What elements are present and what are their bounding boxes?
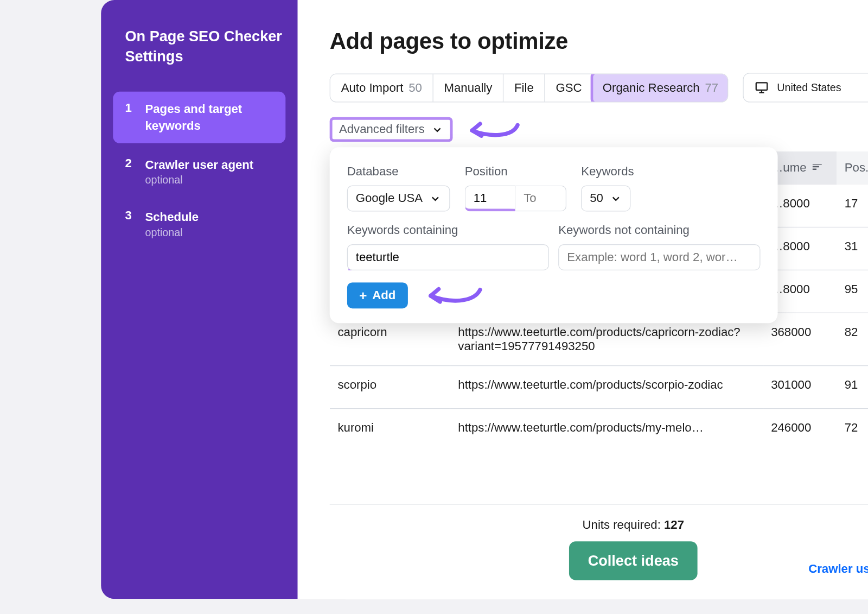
tab-auto-import[interactable]: Auto Import 50 xyxy=(330,74,433,102)
tab-label: Manually xyxy=(444,81,493,95)
keywords-containing-label: Keywords containing xyxy=(347,224,549,238)
advanced-filters-toggle[interactable]: Advanced filters xyxy=(330,117,453,142)
tabs-row: Auto Import 50 Manually File GSC Organic… xyxy=(330,73,868,102)
cell-keyword: kuromi xyxy=(330,408,450,442)
chevron-down-icon xyxy=(431,123,443,135)
sidebar-step-1[interactable]: 1 Pages and target keywords xyxy=(113,92,285,143)
sidebar-title: On Page SEO Checker Settings xyxy=(125,27,285,66)
country-select[interactable]: United States xyxy=(743,73,868,102)
step-sublabel: optional xyxy=(145,226,199,238)
page-title: Add pages to optimize xyxy=(330,28,868,54)
cell-position: 82 xyxy=(837,313,868,365)
units-label: Units required: xyxy=(583,518,664,531)
desktop-icon xyxy=(754,80,769,95)
advanced-filters-label: Advanced filters xyxy=(339,123,425,137)
tab-label: File xyxy=(514,81,534,95)
step-sublabel: optional xyxy=(145,174,253,186)
units-required: Units required: 127 xyxy=(583,518,684,532)
position-to-input[interactable] xyxy=(515,185,566,211)
main-panel: ✕ Add pages to optimize Auto Import 50 M… xyxy=(298,0,868,599)
sidebar-step-3[interactable]: 3 Schedule optional xyxy=(113,200,285,248)
cell-position: 95 xyxy=(837,270,868,313)
step-number: 3 xyxy=(125,209,134,223)
collect-ideas-button[interactable]: Collect ideas xyxy=(569,541,697,580)
sort-desc-icon xyxy=(813,161,822,175)
step-number: 1 xyxy=(125,102,134,116)
svg-rect-0 xyxy=(756,83,767,90)
cell-url: https://www.teeturtle.com/products/scorp… xyxy=(450,365,763,408)
tab-gsc[interactable]: GSC xyxy=(545,74,593,102)
table-row: kuromihttps://www.teeturtle.com/products… xyxy=(330,408,868,442)
source-tabs: Auto Import 50 Manually File GSC Organic… xyxy=(330,73,729,102)
cell-position: 31 xyxy=(837,227,868,270)
keywords-not-containing-input[interactable] xyxy=(558,244,760,270)
tab-label: Auto Import xyxy=(341,81,404,95)
sidebar-step-2[interactable]: 2 Crawler user agent optional xyxy=(113,147,285,195)
database-label: Database xyxy=(347,164,450,179)
tab-organic-research[interactable]: Organic Research 77 xyxy=(591,73,729,102)
keywords-containing-input[interactable] xyxy=(347,244,549,270)
database-value: Google USA xyxy=(356,192,423,206)
annotation-arrow-icon xyxy=(462,119,522,141)
sidebar: On Page SEO Checker Settings 1 Pages and… xyxy=(101,0,297,599)
keywords-not-containing-label: Keywords not containing xyxy=(558,224,760,238)
cell-url: https://www.teeturtle.com/products/my-me… xyxy=(450,408,763,442)
units-value: 127 xyxy=(664,518,684,531)
footer: Units required: 127 Collect ideas Crawle… xyxy=(330,504,868,599)
keywords-label: Keywords xyxy=(581,164,634,179)
cell-keyword: scorpio xyxy=(330,365,450,408)
database-select[interactable]: Google USA xyxy=(347,185,450,211)
step-label: Schedule xyxy=(145,209,199,225)
step-label: Crawler user agent xyxy=(145,156,253,173)
step-number: 2 xyxy=(125,156,134,170)
tab-count: 50 xyxy=(409,81,422,95)
tab-label: Organic Research xyxy=(603,81,700,95)
cell-position: 17 xyxy=(837,185,868,227)
keywords-select[interactable]: 50 xyxy=(581,185,630,211)
tab-file[interactable]: File xyxy=(503,74,545,102)
cell-position: 91 xyxy=(837,365,868,408)
add-button-label: Add xyxy=(372,288,395,302)
next-step-link[interactable]: Crawler user agent xyxy=(808,561,868,576)
col-position-header[interactable]: Pos. xyxy=(837,151,868,185)
chevron-down-icon xyxy=(610,192,622,204)
plus-icon: + xyxy=(359,289,367,302)
step-label: Pages and target keywords xyxy=(145,102,273,134)
cell-position: 72 xyxy=(837,408,868,442)
tab-label: GSC xyxy=(556,81,582,95)
tab-manually[interactable]: Manually xyxy=(433,74,503,102)
next-step-label: Crawler user agent xyxy=(808,562,868,576)
chevron-down-icon xyxy=(429,192,441,204)
table-row: scorpiohttps://www.teeturtle.com/product… xyxy=(330,365,868,408)
add-button[interactable]: + Add xyxy=(347,282,408,308)
country-label: United States xyxy=(777,81,841,93)
keywords-value: 50 xyxy=(590,192,603,206)
cell-volume: 246000 xyxy=(763,408,837,442)
annotation-arrow-icon xyxy=(421,284,485,307)
cell-volume: 301000 xyxy=(763,365,837,408)
position-from-input[interactable] xyxy=(465,185,516,211)
position-label: Position xyxy=(465,164,566,179)
tab-count: 77 xyxy=(705,81,718,95)
advanced-filters-panel: Database Google USA Position Keywords xyxy=(330,147,778,323)
